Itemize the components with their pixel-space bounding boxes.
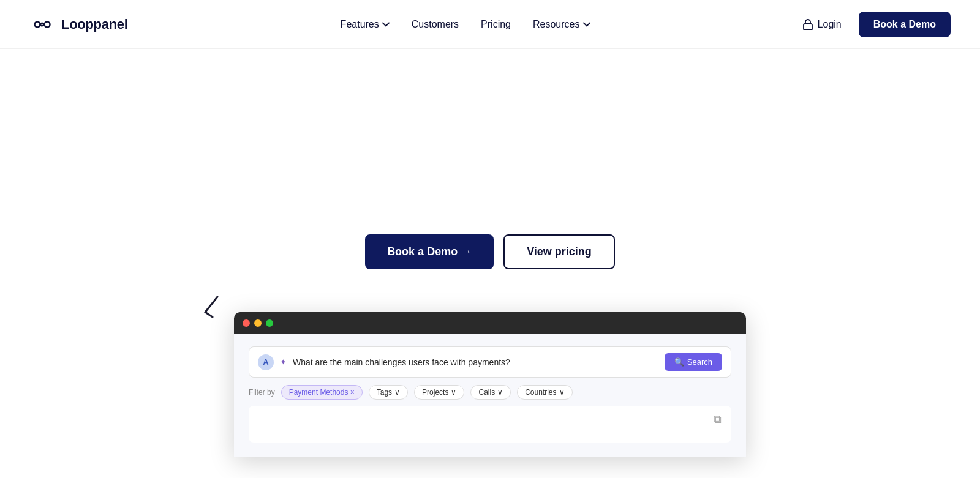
filter-calls[interactable]: Calls ∨ (470, 385, 511, 400)
nav-customers[interactable]: Customers (412, 19, 459, 30)
screenshot-area: A ✦ What are the main challenges users f… (0, 294, 980, 478)
hero-book-demo-button[interactable]: Book a Demo → (365, 234, 494, 269)
login-link[interactable]: Login (803, 19, 842, 30)
avatar: A (258, 354, 274, 370)
logo-link[interactable]: Looppanel (29, 17, 128, 32)
filter-projects[interactable]: Projects ∨ (414, 385, 464, 400)
sparkle-icon: ✦ (280, 357, 287, 367)
nav-resources[interactable]: Resources (533, 19, 590, 30)
hero-view-pricing-button[interactable]: View pricing (503, 234, 615, 269)
hero-buttons: Book a Demo → View pricing (365, 234, 615, 269)
browser-dot-green (266, 319, 273, 327)
logo-icon (29, 17, 55, 32)
svg-rect-0 (804, 24, 812, 30)
nav-pricing[interactable]: Pricing (481, 19, 511, 30)
search-row: A ✦ What are the main challenges users f… (249, 346, 731, 378)
browser-mockup: A ✦ What are the main challenges users f… (234, 312, 746, 457)
search-button[interactable]: 🔍 Search (665, 353, 722, 371)
lock-icon (803, 19, 813, 30)
browser-dot-red (243, 319, 250, 327)
filter-label: Filter by (249, 388, 275, 397)
nav-features[interactable]: Features (341, 19, 390, 30)
nav-center: Features Customers Pricing Resources (341, 19, 590, 30)
browser-topbar (234, 312, 746, 334)
hero-section: Book a Demo → View pricing (0, 49, 980, 294)
browser-content: A ✦ What are the main challenges users f… (234, 334, 746, 457)
copy-icon[interactable]: ⧉ (714, 413, 722, 426)
filter-countries[interactable]: Countries ∨ (517, 385, 572, 400)
browser-dot-yellow (254, 319, 262, 327)
browser-results: ⧉ (249, 406, 731, 443)
features-chevron-icon (382, 22, 390, 27)
nav-right: Login Book a Demo (803, 12, 951, 37)
resources-chevron-icon (583, 22, 590, 27)
navbar: Looppanel Features Customers Pricing Res… (0, 0, 980, 49)
cursor-decoration-icon (199, 294, 224, 324)
brand-name: Looppanel (61, 17, 128, 32)
nav-book-demo-button[interactable]: Book a Demo (859, 12, 951, 37)
filter-payment-methods[interactable]: Payment Methods × (281, 385, 363, 400)
filter-tags[interactable]: Tags ∨ (369, 385, 408, 400)
search-icon: 🔍 (674, 357, 684, 367)
search-query-text: What are the main challenges users face … (293, 357, 658, 367)
filter-row: Filter by Payment Methods × Tags ∨ Proje… (249, 385, 731, 400)
